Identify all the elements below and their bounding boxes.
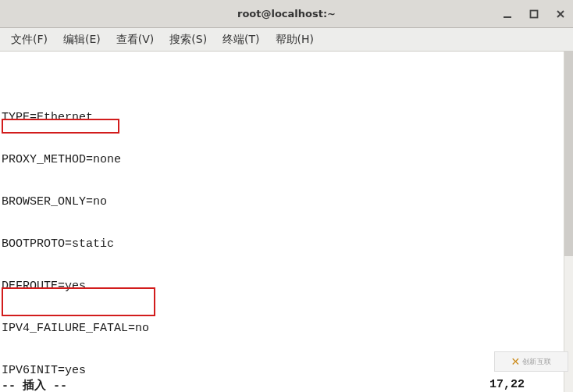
config-line: IPV6INIT=yes [2,364,571,378]
maximize-button[interactable] [528,8,540,20]
window-controls [501,8,567,20]
scrollbar[interactable] [564,52,573,392]
config-line: TYPE=Ethernet [2,111,571,125]
menu-file[interactable]: 文件(F) [3,30,55,50]
terminal[interactable]: TYPE=Ethernet PROXY_METHOD=none BROWSER_… [0,52,573,392]
terminal-content: TYPE=Ethernet PROXY_METHOD=none BROWSER_… [2,83,571,392]
menubar: 文件(F) 编辑(E) 查看(V) 搜索(S) 终端(T) 帮助(H) [0,28,573,52]
watermark-logo: ✕ 创新互联 [494,351,568,372]
vim-mode: -- 插入 -- [2,378,489,392]
close-button[interactable] [554,8,567,20]
menu-edit[interactable]: 编辑(E) [55,30,109,50]
config-line: IPV4_FAILURE_FATAL=no [2,322,571,336]
menu-view[interactable]: 查看(V) [109,30,162,50]
config-line: BROWSER_ONLY=no [2,195,571,209]
config-line: PROXY_METHOD=none [2,153,571,167]
vim-statusbar: -- 插入 -- 17,22 [0,378,573,392]
minimize-button[interactable] [501,8,514,20]
vim-cursor-position: 17,22 [489,378,571,392]
window-titlebar: root@localhost:~ [0,0,573,28]
watermark-text: 创新互联 [522,357,552,367]
watermark-icon: ✕ [511,355,520,368]
menu-search[interactable]: 搜索(S) [162,30,215,50]
config-line: DEFROUTE=yes [2,280,571,294]
config-line: BOOTPROTO=static [2,237,571,251]
window-title: root@localhost:~ [237,8,336,20]
menu-terminal[interactable]: 终端(T) [215,30,267,50]
svg-rect-1 [531,10,538,17]
menu-help[interactable]: 帮助(H) [268,30,322,50]
scrollbar-thumb[interactable] [564,52,573,256]
